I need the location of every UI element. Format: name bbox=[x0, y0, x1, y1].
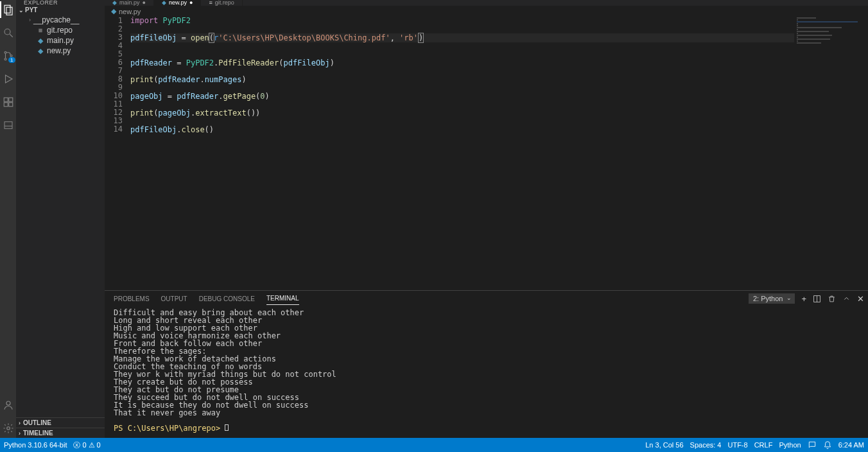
project-header[interactable]: ⌄ PYT bbox=[16, 5, 105, 15]
source-control-badge: 1 bbox=[8, 57, 15, 63]
code-content[interactable]: import PyPDF2 pdfFileObj = open(r'C:\Use… bbox=[130, 17, 868, 290]
file-icon: ≡ bbox=[209, 0, 212, 5]
dirty-indicator-icon: ● bbox=[189, 0, 193, 5]
chevron-right-icon: › bbox=[19, 430, 21, 437]
status-feedback-icon[interactable] bbox=[808, 440, 817, 449]
status-notifications-icon[interactable] bbox=[823, 440, 832, 449]
chevron-right-icon: › bbox=[29, 17, 31, 23]
status-language[interactable]: Python bbox=[779, 441, 801, 449]
source-control-icon[interactable]: 1 bbox=[3, 50, 14, 62]
status-bar: Python 3.10.6 64-bit ⓧ0 ⚠0 Ln 3, Col 56 … bbox=[0, 438, 868, 452]
split-terminal-icon[interactable] bbox=[813, 295, 821, 303]
explorer-icon[interactable] bbox=[3, 4, 14, 15]
tab-gitrepo[interactable]: ≡ git.repo bbox=[201, 0, 242, 6]
terminal-output[interactable]: Difficult and easy bring about each othe… bbox=[114, 309, 859, 437]
accounts-icon[interactable] bbox=[3, 399, 14, 411]
tab-problems[interactable]: PROBLEMS bbox=[114, 293, 150, 305]
python-file-icon: ◆ bbox=[37, 47, 44, 55]
error-icon: ⓧ bbox=[73, 440, 80, 450]
file-label: git.repo bbox=[47, 26, 73, 35]
svg-point-4 bbox=[4, 51, 6, 53]
svg-marker-7 bbox=[5, 75, 12, 83]
breadcrumb[interactable]: ◆ new.py bbox=[105, 6, 868, 17]
outline-section[interactable]: › OUTLINE bbox=[16, 417, 105, 428]
tab-main[interactable]: ◆ main.py ● bbox=[105, 0, 154, 6]
tab-new[interactable]: ◆ new.py ● bbox=[154, 0, 201, 6]
tab-label: new.py bbox=[169, 0, 187, 5]
svg-line-3 bbox=[10, 34, 13, 37]
editor-tabbar: ◆ main.py ● ◆ new.py ● ≡ git.repo bbox=[105, 0, 868, 6]
kill-terminal-icon[interactable] bbox=[828, 295, 836, 303]
status-problems[interactable]: ⓧ0 ⚠0 bbox=[73, 440, 100, 450]
tab-label: git.repo bbox=[215, 0, 234, 5]
chevron-down-icon: ⌄ bbox=[786, 295, 792, 301]
settings-gear-icon[interactable] bbox=[3, 422, 14, 434]
code-editor: ◆ new.py 1234567891011121314 import PyPD… bbox=[105, 6, 868, 290]
new-terminal-icon[interactable]: + bbox=[801, 294, 806, 304]
bottom-panel: PROBLEMS OUTPUT DEBUG CONSOLE TERMINAL 2… bbox=[105, 290, 868, 438]
svg-point-15 bbox=[6, 427, 10, 430]
status-indentation[interactable]: Spaces: 4 bbox=[690, 441, 722, 449]
tab-output[interactable]: OUTPUT bbox=[161, 293, 187, 305]
tab-terminal[interactable]: TERMINAL bbox=[266, 292, 299, 305]
tab-label: main.py bbox=[119, 0, 140, 5]
svg-rect-0 bbox=[4, 5, 10, 13]
tree-file-new[interactable]: ◆ new.py bbox=[16, 46, 105, 56]
svg-rect-9 bbox=[8, 98, 12, 101]
tree-folder-pycache[interactable]: › __pycache__ bbox=[16, 15, 105, 25]
status-clock: 6:24 AM bbox=[838, 441, 864, 449]
close-panel-icon[interactable]: ✕ bbox=[857, 294, 864, 304]
dirty-indicator-icon: ● bbox=[143, 0, 146, 5]
project-name: PYT bbox=[25, 6, 37, 13]
search-icon[interactable] bbox=[3, 27, 14, 39]
file-label: new.py bbox=[47, 46, 71, 55]
status-cursor-position[interactable]: Ln 3, Col 56 bbox=[645, 441, 683, 449]
explorer-sidebar: EXPLORER ⌄ PYT › __pycache__ ≡ git.repo … bbox=[16, 0, 105, 438]
svg-rect-1 bbox=[6, 7, 12, 15]
breadcrumb-file: new.py bbox=[119, 8, 141, 15]
file-icon: ≡ bbox=[37, 26, 44, 34]
svg-point-14 bbox=[6, 401, 10, 405]
python-file-icon: ◆ bbox=[111, 7, 116, 15]
svg-point-2 bbox=[4, 29, 10, 35]
chevron-right-icon: › bbox=[19, 420, 21, 426]
maximize-panel-icon[interactable] bbox=[842, 295, 851, 303]
warning-icon: ⚠ bbox=[89, 441, 95, 449]
tab-debug-console[interactable]: DEBUG CONSOLE bbox=[199, 293, 255, 305]
sidebar-title: EXPLORER bbox=[16, 0, 105, 5]
terminal-selector[interactable]: 2: Python ⌄ bbox=[749, 293, 795, 304]
terminal-selector-label: 2: Python bbox=[753, 295, 783, 302]
python-file-icon: ◆ bbox=[112, 0, 117, 5]
status-encoding[interactable]: UTF-8 bbox=[727, 441, 747, 449]
python-file-icon: ◆ bbox=[162, 0, 166, 5]
outline-label: OUTLINE bbox=[23, 419, 51, 426]
panel-icon[interactable] bbox=[3, 119, 14, 131]
svg-rect-8 bbox=[4, 98, 8, 101]
activity-bar: 1 bbox=[0, 0, 16, 438]
tree-file-gitrepo[interactable]: ≡ git.repo bbox=[16, 25, 105, 35]
tree-file-main[interactable]: ◆ main.py bbox=[16, 35, 105, 46]
run-debug-icon[interactable] bbox=[3, 73, 14, 85]
svg-rect-11 bbox=[8, 103, 12, 107]
timeline-label: TIMELINE bbox=[23, 430, 53, 437]
svg-rect-12 bbox=[4, 122, 12, 129]
python-file-icon: ◆ bbox=[37, 37, 44, 45]
extensions-icon[interactable] bbox=[3, 96, 14, 108]
status-python-version[interactable]: Python 3.10.6 64-bit bbox=[4, 441, 67, 449]
timeline-section[interactable]: › TIMELINE bbox=[16, 428, 105, 438]
line-numbers: 1234567891011121314 bbox=[105, 17, 130, 290]
chevron-down-icon: ⌄ bbox=[19, 7, 24, 13]
svg-point-5 bbox=[4, 58, 6, 60]
svg-rect-10 bbox=[4, 103, 8, 107]
status-eol[interactable]: CRLF bbox=[754, 441, 773, 449]
file-label: main.py bbox=[47, 36, 74, 45]
minimap[interactable] bbox=[794, 17, 868, 132]
folder-label: __pycache__ bbox=[33, 15, 79, 24]
